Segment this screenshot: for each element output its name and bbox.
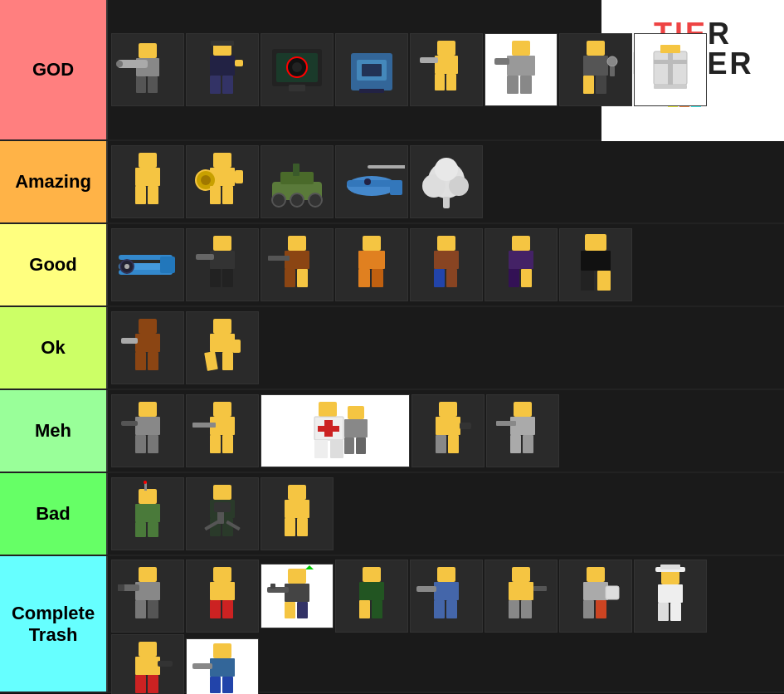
- svg-rect-131: [314, 440, 328, 458]
- svg-rect-10: [222, 76, 233, 94]
- list-item[interactable]: [261, 228, 334, 301]
- list-item[interactable]: [485, 33, 558, 106]
- svg-rect-177: [285, 602, 295, 618]
- list-item[interactable]: [634, 33, 707, 106]
- svg-rect-88: [285, 269, 295, 287]
- character-svg: [637, 37, 704, 103]
- character-svg: [189, 563, 256, 629]
- svg-rect-215: [222, 677, 233, 693]
- tier-label-bad: Bad: [0, 473, 106, 555]
- svg-rect-192: [509, 582, 533, 600]
- character-svg: [114, 232, 181, 298]
- svg-rect-172: [210, 582, 235, 600]
- svg-rect-34: [507, 76, 519, 94]
- tier-label-complete-trash: CompleteTrash: [0, 556, 106, 692]
- svg-rect-111: [121, 338, 138, 344]
- list-item[interactable]: [411, 394, 485, 467]
- tier-label-god: GOD: [0, 0, 106, 139]
- list-item[interactable]: [559, 228, 632, 301]
- svg-rect-120: [148, 435, 158, 453]
- svg-rect-109: [135, 352, 146, 370]
- list-item[interactable]: [186, 477, 259, 550]
- list-item[interactable]: [111, 477, 184, 550]
- svg-rect-121: [121, 421, 138, 426]
- character-svg: [264, 232, 330, 298]
- svg-rect-142: [514, 402, 532, 417]
- list-item[interactable]: [559, 560, 632, 633]
- svg-rect-211: [158, 661, 173, 667]
- svg-rect-203: [660, 564, 680, 569]
- svg-rect-56: [235, 170, 243, 183]
- svg-rect-32: [512, 41, 530, 56]
- svg-rect-162: [285, 500, 309, 518]
- character-svg: [189, 37, 256, 103]
- svg-rect-186: [437, 567, 455, 582]
- list-item[interactable]: [111, 394, 184, 467]
- list-item[interactable]: [634, 560, 707, 633]
- character-svg: [114, 398, 181, 464]
- list-item[interactable]: [111, 33, 184, 106]
- list-item[interactable]: [111, 560, 184, 633]
- svg-rect-82: [210, 251, 235, 269]
- svg-rect-91: [363, 236, 381, 251]
- list-item[interactable]: [410, 145, 483, 218]
- svg-rect-125: [222, 435, 233, 453]
- svg-rect-150: [148, 522, 158, 537]
- character-svg: [264, 481, 330, 547]
- list-item[interactable]: [486, 394, 559, 467]
- list-item[interactable]: [186, 638, 259, 694]
- character-svg: [114, 315, 181, 381]
- svg-rect-38: [583, 56, 608, 76]
- list-item[interactable]: [186, 228, 259, 301]
- list-item[interactable]: [186, 145, 259, 218]
- svg-rect-160: [214, 502, 231, 512]
- list-item[interactable]: [410, 33, 483, 106]
- svg-rect-180: [270, 584, 275, 589]
- svg-rect-25: [420, 57, 438, 63]
- list-item[interactable]: [111, 634, 184, 694]
- tier-row-good: Good: [0, 224, 784, 307]
- svg-rect-115: [222, 352, 233, 370]
- list-item[interactable]: [410, 560, 483, 633]
- character-svg: [338, 37, 405, 103]
- list-item[interactable]: [261, 477, 334, 550]
- list-item[interactable]: [335, 228, 408, 301]
- list-item[interactable]: [261, 564, 334, 628]
- list-item[interactable]: [111, 145, 184, 218]
- svg-rect-188: [434, 600, 445, 618]
- character-svg: [114, 638, 181, 694]
- character-svg: [264, 149, 330, 215]
- list-item[interactable]: [335, 145, 408, 218]
- character-svg: [488, 37, 554, 103]
- list-item[interactable]: [186, 311, 259, 384]
- svg-rect-113: [210, 334, 235, 352]
- list-item[interactable]: [410, 228, 483, 301]
- svg-point-62: [272, 193, 285, 207]
- svg-rect-74: [443, 197, 450, 208]
- svg-point-15: [292, 62, 302, 72]
- svg-rect-212: [213, 643, 231, 658]
- list-item[interactable]: [186, 560, 259, 633]
- list-item[interactable]: [335, 33, 408, 106]
- list-item[interactable]: [111, 311, 184, 384]
- svg-rect-83: [210, 269, 221, 287]
- list-item[interactable]: [485, 228, 558, 301]
- tier-label-good: Good: [0, 224, 106, 305]
- list-item[interactable]: [186, 33, 259, 106]
- svg-rect-176: [285, 584, 309, 602]
- list-item[interactable]: [261, 394, 410, 467]
- list-item[interactable]: [261, 145, 334, 218]
- list-item[interactable]: [261, 33, 334, 106]
- svg-rect-194: [521, 600, 532, 618]
- svg-rect-68: [390, 180, 402, 195]
- list-item[interactable]: [335, 560, 408, 633]
- list-item[interactable]: [186, 394, 259, 467]
- svg-rect-93: [358, 269, 370, 287]
- list-item[interactable]: [559, 33, 632, 106]
- svg-rect-52: [213, 153, 231, 168]
- list-item[interactable]: [111, 228, 184, 301]
- svg-rect-3: [148, 76, 158, 93]
- svg-rect-85: [196, 254, 214, 260]
- svg-rect-20: [359, 89, 384, 93]
- list-item[interactable]: [485, 560, 558, 633]
